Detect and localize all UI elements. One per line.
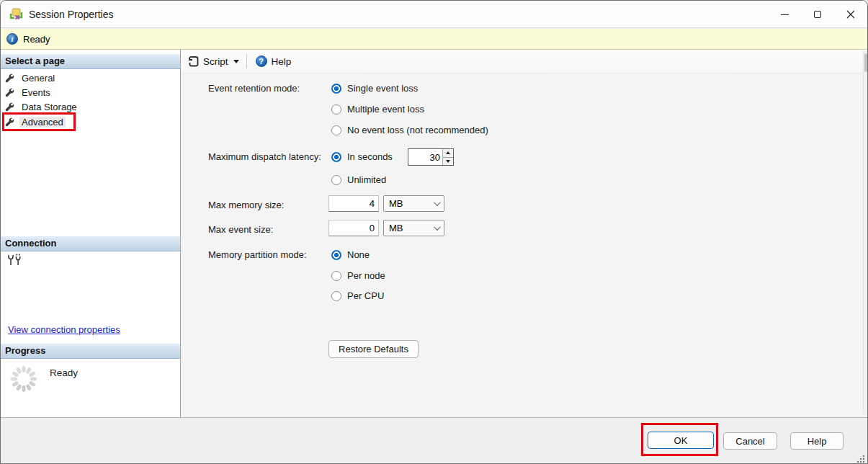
radio-icon — [331, 291, 341, 301]
help-dialog-button[interactable]: Help — [790, 432, 844, 450]
radio-label: In seconds — [347, 151, 393, 162]
radio-no-event-loss[interactable]: No event loss (not recommended) — [331, 125, 488, 135]
wrench-icon — [5, 117, 14, 127]
radio-checked-icon — [331, 84, 341, 94]
script-button-label: Script — [203, 56, 228, 67]
help-button[interactable]: ? Help — [253, 52, 295, 71]
radio-label: Unlimited — [347, 174, 386, 185]
spinner-buttons — [442, 149, 453, 165]
radio-checked-icon — [331, 152, 341, 162]
radio-icon — [331, 125, 341, 135]
sidebar-item-events[interactable]: Events — [5, 85, 53, 99]
chevron-down-icon — [434, 199, 441, 206]
max-memory-unit-select[interactable]: MB — [383, 195, 444, 212]
radio-per-node[interactable]: Per node — [331, 270, 385, 281]
session-properties-dialog: Session Properties i Ready Select a page… — [0, 0, 868, 464]
sidebar-item-general[interactable]: General — [5, 71, 57, 85]
radio-label: None — [347, 249, 370, 260]
spin-down-button[interactable] — [443, 157, 453, 166]
max-event-size-input[interactable] — [328, 220, 379, 236]
progress-header: Progress — [1, 344, 180, 359]
sidebar: Select a page General Events Data Storag… — [1, 50, 181, 417]
wrench-icon — [5, 73, 14, 83]
vertical-scrollbar[interactable] — [863, 51, 867, 414]
event-retention-label: Event retention mode: — [208, 83, 300, 94]
sidebar-item-data-storage[interactable]: Data Storage — [5, 99, 79, 114]
minimize-icon — [781, 14, 789, 15]
radio-icon — [331, 271, 341, 281]
maximize-icon — [814, 11, 821, 18]
minimize-button[interactable] — [768, 1, 801, 28]
triangle-down-icon — [446, 160, 450, 163]
spin-up-button[interactable] — [443, 149, 453, 157]
chevron-down-icon — [233, 60, 239, 63]
sidebar-item-label: Events — [19, 87, 53, 98]
radio-checked-icon — [331, 250, 341, 260]
max-memory-size-input[interactable] — [328, 195, 379, 212]
help-button-label: Help — [272, 56, 292, 67]
title-bar[interactable]: Session Properties — [1, 1, 867, 28]
sidebar-item-advanced[interactable]: Advanced — [5, 115, 66, 129]
window-title: Session Properties — [29, 9, 114, 20]
progress-spinner-icon — [9, 365, 38, 393]
connection-icon — [7, 254, 23, 266]
radio-icon — [331, 175, 341, 185]
window-controls — [768, 1, 867, 28]
radio-multiple-event-loss[interactable]: Multiple event loss — [331, 104, 424, 115]
radio-label: Per CPU — [347, 290, 384, 301]
cancel-button[interactable]: Cancel — [723, 432, 777, 450]
help-icon: ? — [256, 55, 267, 67]
dispatch-seconds-spinner — [408, 148, 454, 166]
max-event-unit-select[interactable]: MB — [383, 220, 444, 236]
dispatch-seconds-input[interactable] — [408, 149, 442, 165]
status-banner-text: Ready — [23, 34, 50, 45]
radio-none[interactable]: None — [331, 249, 370, 260]
radio-unlimited[interactable]: Unlimited — [331, 174, 386, 185]
max-memory-size-label: Max memory size: — [208, 200, 284, 210]
dispatch-latency-label: Maximum dispatch latency: — [208, 151, 321, 162]
select-a-page-header: Select a page — [1, 54, 180, 69]
chevron-down-icon — [434, 223, 441, 231]
sidebar-item-label: Advanced — [19, 117, 66, 128]
sidebar-item-label: Data Storage — [19, 102, 79, 112]
combo-value: MB — [389, 198, 403, 209]
radio-label: Single event loss — [347, 83, 418, 94]
combo-value: MB — [389, 223, 403, 233]
script-icon — [187, 55, 199, 67]
radio-in-seconds[interactable]: In seconds — [331, 151, 393, 162]
toolbar: Script ? Help — [181, 50, 868, 73]
view-connection-properties-link[interactable]: View connection properties — [8, 324, 120, 335]
sidebar-item-label: General — [19, 73, 57, 84]
session-icon — [9, 8, 23, 21]
toolbar-separator — [246, 54, 247, 68]
restore-defaults-button[interactable]: Restore Defaults — [328, 340, 419, 358]
connection-header: Connection — [1, 236, 180, 251]
scrollbar-thumb[interactable] — [864, 53, 867, 72]
info-icon: i — [6, 33, 18, 45]
main-panel: Script ? Help Event retention mode: Sing… — [181, 50, 868, 417]
radio-label: Multiple event loss — [347, 104, 424, 115]
status-banner: i Ready — [1, 29, 867, 50]
radio-label: No event loss (not recommended) — [347, 125, 488, 135]
close-button[interactable] — [834, 1, 867, 28]
triangle-up-icon — [446, 151, 450, 154]
close-icon — [846, 10, 855, 19]
ok-button[interactable]: OK — [648, 432, 714, 449]
script-button[interactable]: Script — [184, 52, 242, 71]
dialog-body: Select a page General Events Data Storag… — [1, 50, 867, 417]
wrench-icon — [5, 102, 14, 112]
memory-partition-label: Memory partition mode: — [208, 249, 307, 260]
progress-status-text: Ready — [50, 367, 78, 378]
max-event-size-label: Max event size: — [208, 224, 273, 235]
footer: OK Cancel Help — [1, 417, 867, 464]
radio-single-event-loss[interactable]: Single event loss — [331, 83, 418, 94]
wrench-icon — [5, 88, 14, 97]
resize-grip[interactable] — [855, 453, 865, 463]
maximize-button[interactable] — [801, 1, 834, 28]
radio-icon — [331, 104, 341, 115]
radio-per-cpu[interactable]: Per CPU — [331, 290, 384, 301]
radio-label: Per node — [347, 270, 385, 281]
